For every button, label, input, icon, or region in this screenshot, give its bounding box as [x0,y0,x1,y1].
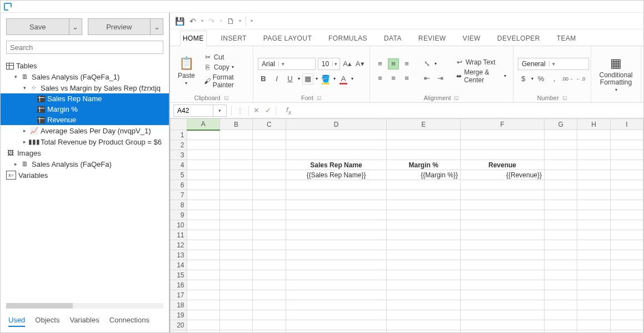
row-header-13[interactable]: 13 [171,250,187,260]
cell[interactable] [187,270,219,280]
increase-indent-icon[interactable]: ⇥ [435,73,446,84]
col-header-E[interactable]: E [387,119,460,130]
cell[interactable] [286,220,387,230]
tree-images[interactable]: 🖼 Images [1,147,169,158]
cell[interactable] [253,230,286,240]
row-header-15[interactable]: 15 [171,270,187,280]
cell[interactable] [460,140,544,150]
ribbon-tab-page-layout[interactable]: PAGE LAYOUT [261,31,314,46]
font-name-combo[interactable]: Arial▾ [258,58,316,70]
tree-tables[interactable]: Tables [1,61,169,71]
cell[interactable] [577,260,610,270]
cell[interactable] [545,210,577,220]
orientation-icon[interactable]: ⤡ [421,58,432,69]
row-header-14[interactable]: 14 [171,260,187,270]
fx-icon[interactable]: fx [286,106,291,116]
cell[interactable] [187,170,219,180]
cell[interactable] [577,170,610,180]
row-header-8[interactable]: 8 [171,200,187,210]
cell[interactable] [577,210,610,220]
cell[interactable] [253,150,286,160]
ribbon-tab-team[interactable]: TEAM [555,31,578,46]
cell[interactable] [253,240,286,250]
cell[interactable] [610,270,643,280]
dialog-launcher-icon[interactable]: ◱ [562,95,567,101]
cell[interactable] [219,140,252,150]
align-right-icon[interactable]: ≡ [401,73,412,84]
cell[interactable] [545,270,577,280]
search-input[interactable] [6,41,163,54]
cell[interactable] [460,180,544,190]
formula-input[interactable] [291,105,643,117]
bold-button[interactable]: B [258,73,269,85]
qat-customize-icon[interactable]: ▾ [251,18,253,23]
cell[interactable] [219,280,252,290]
cell[interactable] [286,200,387,210]
tree-images-child[interactable]: ▸ 🗎 Sales Analysis (FaQeFa) [1,158,169,170]
wrap-text-button[interactable]: ↩Wrap Text [453,58,508,67]
align-middle-icon[interactable]: ≡ [388,58,399,69]
align-top-icon[interactable]: ≡ [375,58,386,69]
cell[interactable] [610,180,643,190]
italic-button[interactable]: I [271,73,282,85]
cell[interactable] [387,130,460,140]
cell[interactable] [286,180,387,190]
cell[interactable] [387,300,460,310]
caret-right-icon[interactable]: ▸ [22,139,27,145]
cell[interactable] [387,220,460,230]
cell[interactable] [460,210,544,220]
tab-used[interactable]: Used [8,316,25,327]
cell[interactable] [253,250,286,260]
cell[interactable] [577,160,610,170]
tree-bar[interactable]: ▸ ▮▮▮ Total Revenue by Product Group = $… [1,136,169,147]
cell[interactable] [577,330,610,333]
row-header-7[interactable]: 7 [171,190,187,200]
tree-line[interactable]: ▸ 📈 Average Sales Per Day (nvqpV_1) [1,125,169,136]
cell[interactable]: {{Revenue}} [460,170,544,180]
new-file-icon[interactable]: 🗋 [226,16,236,26]
cell[interactable] [545,190,577,200]
row-header-2[interactable]: 2 [171,140,187,150]
cell[interactable] [545,180,577,190]
cell[interactable] [219,320,252,330]
cell[interactable] [253,280,286,290]
cell[interactable] [577,150,610,160]
cell[interactable] [610,200,643,210]
cell[interactable] [545,320,577,330]
cut-button[interactable]: ✂Cut [202,53,248,62]
cell[interactable]: {{Margin %}} [387,170,460,180]
dialog-launcher-icon[interactable]: ◱ [317,95,322,101]
cell[interactable] [545,280,577,290]
cell[interactable] [187,210,219,220]
accounting-format-icon[interactable]: $ [518,73,529,85]
dialog-launcher-icon[interactable]: ◱ [224,95,229,101]
row-header-4[interactable]: 4 [171,160,187,170]
row-header-18[interactable]: 18 [171,300,187,310]
cell[interactable] [253,200,286,210]
row-header-16[interactable]: 16 [171,280,187,290]
cell[interactable] [286,250,387,260]
cell[interactable] [610,310,643,320]
cell[interactable] [577,290,610,300]
cell[interactable] [577,220,610,230]
cell[interactable] [460,280,544,290]
cell[interactable] [219,330,252,333]
cell[interactable] [219,150,252,160]
row-header-19[interactable]: 19 [171,310,187,320]
cell[interactable] [253,190,286,200]
tree-field-salesrep[interactable]: Sales Rep Name [1,93,169,104]
cell[interactable] [187,220,219,230]
font-color-button[interactable]: A [338,73,349,85]
col-header-I[interactable]: I [610,119,643,130]
ribbon-tab-data[interactable]: DATA [382,31,404,46]
cell[interactable] [387,310,460,320]
cell[interactable] [219,270,252,280]
cell[interactable] [187,150,219,160]
cell[interactable] [460,230,544,240]
conditional-formatting-button[interactable]: ▦ Conditional Formatting▾ [596,48,636,100]
caret-right-icon[interactable]: ▸ [13,161,18,167]
cell[interactable] [610,260,643,270]
cell[interactable] [286,140,387,150]
decrease-font-icon[interactable]: A▾ [355,58,365,69]
cell[interactable] [460,270,544,280]
